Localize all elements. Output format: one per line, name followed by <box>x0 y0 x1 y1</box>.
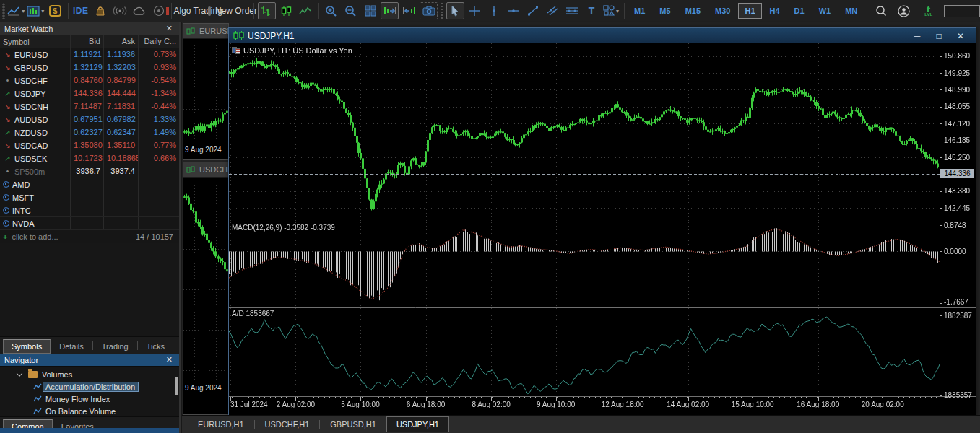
horizontal-line-tool-button[interactable] <box>505 2 523 19</box>
tree-item-indicator[interactable]: Money Flow Index <box>0 393 179 405</box>
window-usdchf[interactable]: USDCHF,H1 USDCHF, 9 Aug 2024 <box>183 162 229 415</box>
trendline-tool-button[interactable] <box>524 2 542 19</box>
market-button[interactable] <box>91 2 109 19</box>
chart-tab-usdjpy-h1[interactable]: USDJPY,H1 <box>386 416 449 432</box>
close-icon[interactable]: ✕ <box>164 355 175 364</box>
table-row[interactable]: ↘EURUSD1.119211.119360.73% <box>0 48 179 61</box>
zoom-out-button[interactable] <box>342 2 360 19</box>
column-ask[interactable]: Ask <box>104 35 139 48</box>
table-row[interactable]: ↗USDJPY144.336144.444-1.34% <box>0 87 179 100</box>
chart-profiles-button[interactable]: ▾ <box>7 2 25 19</box>
search-button[interactable] <box>872 2 890 19</box>
signals-button[interactable] <box>110 2 129 19</box>
new-order-icon <box>208 6 211 16</box>
crosshair-icon <box>469 5 480 17</box>
timeframe-h1[interactable]: H1 <box>738 3 761 19</box>
chart-shift-button[interactable] <box>381 2 399 19</box>
news-button[interactable] <box>149 2 168 19</box>
table-row[interactable]: ↘AUDUSD0.679510.679821.33% <box>0 113 179 126</box>
table-row[interactable]: MSFT <box>0 191 179 204</box>
line-mode-button[interactable] <box>297 2 315 19</box>
table-row[interactable]: AMD <box>0 178 179 191</box>
channel-tool-button[interactable] <box>544 2 562 19</box>
minimize-button[interactable]: ─ <box>906 31 928 41</box>
symbol-cell: ↘GBPUSD <box>0 61 71 74</box>
folder-label: Volumes <box>42 370 72 379</box>
column-bid[interactable]: Bid <box>71 35 104 48</box>
chart-tab-bar: EURUSD,H1USDCHF,H1GBPUSD,H1USDJPY,H1 <box>182 415 980 433</box>
table-row[interactable]: •SP500m3936.73937.4 <box>0 165 179 178</box>
cursor-icon <box>450 5 460 17</box>
vps-button[interactable] <box>130 2 148 19</box>
timeframe-m5[interactable]: M5 <box>653 3 677 19</box>
navigator-scrollbar[interactable] <box>175 377 178 395</box>
timeframe-w1[interactable]: W1 <box>812 3 838 19</box>
bid-value <box>71 217 104 229</box>
table-row[interactable]: ↘USDCNH7.114877.11831-0.44% <box>0 100 179 113</box>
window-usdjpy-titlebar[interactable]: USDJPY,H1 ─ □ ✕ <box>229 28 976 43</box>
tile-windows-button[interactable] <box>361 2 379 19</box>
toolbar-separator <box>441 3 442 19</box>
close-button[interactable]: ✕ <box>950 31 971 41</box>
toolbar-grip[interactable] <box>2 3 5 19</box>
new-chart-button[interactable]: ▾ <box>27 2 45 19</box>
screenshot-button[interactable] <box>420 2 438 19</box>
fibonacci-tool-button[interactable] <box>563 2 581 19</box>
chevron-expanded-icon[interactable] <box>17 370 22 376</box>
quick-search-box[interactable] <box>944 5 980 17</box>
levels-button[interactable]: LVL <box>919 2 937 19</box>
symbol-cell: ↗NZDUSD <box>0 126 71 139</box>
window-eurusd[interactable]: EURUSD,H1 EURUSD, 9 Aug 2024 <box>183 23 229 160</box>
ask-value: 1.11936 <box>104 48 139 61</box>
click-to-add-row[interactable]: + click to add... 14 / 10157 <box>0 230 179 243</box>
tab-symbols[interactable]: Symbols <box>3 339 51 354</box>
new-order-button[interactable]: New Order <box>215 2 251 19</box>
cursor-tool-button[interactable] <box>446 2 464 19</box>
timeframe-m30[interactable]: M30 <box>708 3 737 19</box>
table-row[interactable]: NVDA <box>0 217 179 230</box>
bar-chart-mode-button[interactable] <box>258 2 276 19</box>
account-button[interactable] <box>895 2 913 19</box>
timeframe-h4[interactable]: H4 <box>763 3 786 19</box>
vertical-line-icon <box>490 5 498 17</box>
shapes-tool-button[interactable]: ▾ <box>602 2 620 19</box>
table-row[interactable]: ↗NZDUSD0.623270.623471.49% <box>0 126 179 139</box>
table-row[interactable]: •USDCHF0.847600.84799-0.54% <box>0 74 179 87</box>
table-row[interactable]: ↘USDCAD1.350801.35110-0.77% <box>0 139 179 152</box>
chart-tab-usdchf-h1[interactable]: USDCHF,H1 <box>255 416 320 432</box>
maximize-button[interactable]: □ <box>928 31 950 41</box>
tree-item-indicator[interactable]: Accumulation/Distribution <box>0 380 179 393</box>
window-eurusd-titlebar[interactable]: EURUSD,H1 <box>183 24 228 39</box>
metaeditor-button[interactable]: IDE <box>71 2 90 19</box>
tab-ticks[interactable]: Ticks <box>138 339 173 354</box>
column-daily-change[interactable]: Daily C... <box>139 35 179 48</box>
eurusd-mini-chart[interactable] <box>183 40 228 144</box>
timeframe-m1[interactable]: M1 <box>628 3 651 19</box>
table-row[interactable]: ↗USDSEK10.1723010.18865-0.66% <box>0 152 179 165</box>
usdchf-mini-chart[interactable] <box>183 180 228 380</box>
timeframe-m15[interactable]: M15 <box>679 3 707 19</box>
tree-item-indicator[interactable]: On Balance Volume <box>0 405 179 416</box>
zoom-in-button[interactable] <box>322 2 340 19</box>
close-icon[interactable]: ✕ <box>164 24 175 33</box>
usdjpy-chart-canvas[interactable] <box>229 43 976 414</box>
candles-mode-button[interactable] <box>277 2 295 19</box>
window-usdchf-titlebar[interactable]: USDCHF,H1 <box>183 162 228 178</box>
symbol-cell: ↘AUDUSD <box>0 113 71 126</box>
tree-item-volumes[interactable]: Volumes <box>0 368 179 380</box>
auto-scroll-button[interactable] <box>400 2 418 19</box>
chart-tab-gbpusd-h1[interactable]: GBPUSD,H1 <box>320 416 386 432</box>
chart-tab-eurusd-h1[interactable]: EURUSD,H1 <box>188 416 254 432</box>
column-symbol[interactable]: Symbol <box>0 35 71 48</box>
tab-trading[interactable]: Trading <box>93 339 137 354</box>
timeframe-mn[interactable]: MN <box>838 3 864 19</box>
table-row[interactable]: INTC <box>0 204 179 217</box>
text-tool-button[interactable]: T <box>583 2 601 19</box>
crosshair-tool-button[interactable] <box>466 2 484 19</box>
dollar-icon: $ <box>49 5 61 17</box>
vertical-line-tool-button[interactable] <box>485 2 503 19</box>
accounts-button[interactable]: $ <box>46 2 64 19</box>
tab-details[interactable]: Details <box>51 339 92 354</box>
table-row[interactable]: ↘GBPUSD1.321291.322030.93% <box>0 61 179 74</box>
timeframe-d1[interactable]: D1 <box>788 3 811 19</box>
